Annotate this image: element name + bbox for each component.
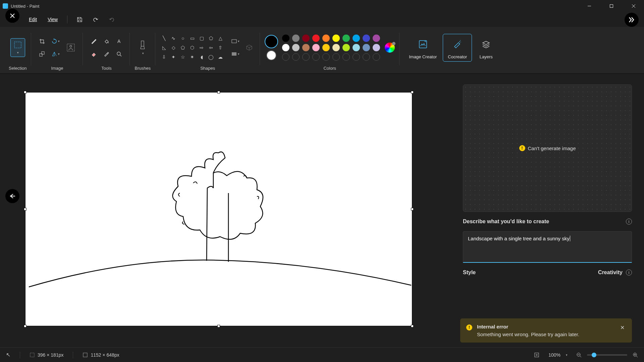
- color-swatch[interactable]: [302, 35, 310, 42]
- shape-polygon[interactable]: ⬠: [207, 34, 215, 42]
- color-swatch[interactable]: [363, 35, 370, 42]
- color-swatch-empty[interactable]: [322, 53, 330, 61]
- zoom-out-button[interactable]: [576, 352, 582, 358]
- brush-tool[interactable]: ▾: [135, 38, 150, 57]
- info-icon[interactable]: i: [626, 219, 632, 225]
- overlay-close-button[interactable]: [5, 9, 19, 23]
- image-creator-button[interactable]: + Image Creator: [404, 34, 441, 61]
- maximize-button[interactable]: [604, 1, 619, 11]
- info-icon[interactable]: i: [626, 269, 632, 276]
- undo-icon[interactable]: [90, 13, 102, 25]
- shape-curve[interactable]: ∿: [169, 34, 177, 42]
- shape-rounded-callout[interactable]: ◖: [198, 53, 206, 61]
- resize-handle[interactable]: [217, 325, 220, 327]
- minimize-button[interactable]: [582, 1, 597, 11]
- shape-6star[interactable]: ✶: [188, 53, 196, 61]
- color-swatch[interactable]: [332, 44, 340, 51]
- selection-tool[interactable]: ▾: [10, 38, 25, 57]
- resize-handle[interactable]: [24, 91, 26, 94]
- shape-right-triangle[interactable]: ◺: [160, 44, 168, 52]
- color-swatch[interactable]: [353, 44, 360, 51]
- color-swatch[interactable]: [302, 44, 310, 51]
- color-swatch[interactable]: [353, 35, 360, 42]
- shapes-gallery[interactable]: ╲ ∿ ○ ▭ ▢ ⬠ △ ◺ ◇ ⬠ ⬡ ⇨ ⇦ ⇧ ⇩ ✦ ☆ ✶ ◖ ◯: [160, 34, 224, 61]
- toast-close-button[interactable]: ✕: [619, 324, 626, 331]
- magnifier-tool[interactable]: [113, 48, 125, 60]
- shape-oval-callout[interactable]: ◯: [207, 53, 215, 61]
- shape-oval[interactable]: ○: [179, 34, 187, 42]
- color-swatch[interactable]: [342, 44, 350, 51]
- close-button[interactable]: [626, 1, 641, 11]
- shape-arrow-down[interactable]: ⇩: [160, 53, 168, 61]
- redo-icon[interactable]: [106, 13, 118, 25]
- shape-pentagon[interactable]: ⬠: [179, 44, 187, 52]
- resize-handle[interactable]: [217, 91, 220, 94]
- resize-handle[interactable]: [411, 208, 414, 210]
- shape-4star[interactable]: ✦: [169, 53, 177, 61]
- color-swatch[interactable]: [322, 35, 330, 42]
- cocreator-button[interactable]: Cocreator: [443, 34, 472, 62]
- resize-tool[interactable]: [36, 48, 48, 60]
- eraser-tool[interactable]: [88, 48, 100, 60]
- color-swatch[interactable]: [282, 44, 289, 51]
- color-swatch[interactable]: [282, 35, 289, 42]
- shape-3d[interactable]: [243, 42, 255, 54]
- shape-roundrect[interactable]: ▢: [198, 34, 206, 42]
- overlay-next-button[interactable]: [625, 13, 639, 27]
- background-remove-tool[interactable]: [63, 38, 78, 57]
- color-swatch-empty[interactable]: [312, 53, 320, 61]
- shape-arrow-right[interactable]: ⇨: [198, 44, 206, 52]
- color-swatch-empty[interactable]: [302, 53, 310, 61]
- shape-fill[interactable]: ▾: [229, 48, 241, 60]
- color-swatch[interactable]: [312, 44, 320, 51]
- color-primary[interactable]: [265, 35, 278, 48]
- color-swatch-empty[interactable]: [353, 53, 360, 61]
- pencil-tool[interactable]: [88, 35, 100, 47]
- rotate-tool[interactable]: ▾: [49, 35, 61, 47]
- eyedropper-tool[interactable]: [100, 48, 112, 60]
- color-swatch[interactable]: [373, 44, 380, 51]
- color-picker-icon[interactable]: [385, 43, 395, 53]
- color-swatch[interactable]: [332, 35, 340, 42]
- color-swatch[interactable]: [292, 44, 300, 51]
- shape-cloud-callout[interactable]: ☁: [216, 53, 224, 61]
- color-swatch[interactable]: [363, 44, 370, 51]
- flip-tool[interactable]: ▾: [49, 48, 61, 60]
- shape-line[interactable]: ╲: [160, 34, 168, 42]
- shape-5star[interactable]: ☆: [179, 53, 187, 61]
- color-swatch[interactable]: [373, 35, 380, 42]
- save-icon[interactable]: [73, 13, 86, 25]
- color-swatch-empty[interactable]: [282, 53, 289, 61]
- menu-view[interactable]: View: [44, 15, 61, 24]
- color-swatch[interactable]: [342, 35, 350, 42]
- zoom-slider[interactable]: [587, 354, 627, 356]
- color-swatch-empty[interactable]: [332, 53, 340, 61]
- color-swatch-empty[interactable]: [292, 53, 300, 61]
- shape-rect[interactable]: ▭: [188, 34, 196, 42]
- fill-tool[interactable]: [100, 35, 112, 47]
- color-secondary[interactable]: [266, 50, 276, 60]
- zoom-select[interactable]: 100%▾: [545, 351, 571, 359]
- resize-handle[interactable]: [411, 325, 414, 327]
- shape-arrow-up[interactable]: ⇧: [216, 44, 224, 52]
- color-swatch-empty[interactable]: [363, 53, 370, 61]
- layers-button[interactable]: Layers: [473, 34, 499, 61]
- color-swatch[interactable]: [312, 35, 320, 42]
- menu-edit[interactable]: Edit: [25, 15, 40, 24]
- shape-outline[interactable]: ▾: [229, 35, 241, 47]
- overlay-back-button[interactable]: [5, 189, 19, 203]
- zoom-in-button[interactable]: [633, 352, 638, 358]
- crop-tool[interactable]: [36, 35, 48, 47]
- prompt-input[interactable]: Landscape with a single tree and a sunny…: [463, 231, 632, 263]
- resize-handle[interactable]: [411, 91, 414, 94]
- text-tool[interactable]: A: [113, 35, 125, 47]
- color-swatch-empty[interactable]: [373, 53, 380, 61]
- color-swatch[interactable]: [322, 44, 330, 51]
- color-swatch-empty[interactable]: [342, 53, 350, 61]
- color-swatch[interactable]: [292, 35, 300, 42]
- shape-hexagon[interactable]: ⬡: [188, 44, 196, 52]
- resize-handle[interactable]: [24, 208, 26, 210]
- shape-triangle[interactable]: △: [216, 34, 224, 42]
- shape-arrow-left[interactable]: ⇦: [207, 44, 215, 52]
- resize-handle[interactable]: [24, 325, 26, 327]
